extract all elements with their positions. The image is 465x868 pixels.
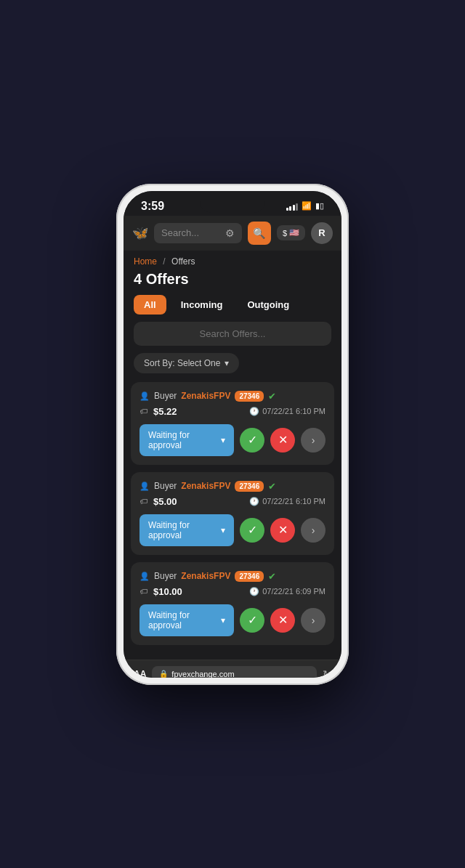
offer-row3-2: Waiting for approval ▾ ✓ ✕ › [140,514,326,546]
tag-icon-3: 🏷 [140,587,147,596]
approval-chevron-3: ▾ [221,615,225,625]
breadcrumb-home[interactable]: Home [134,256,157,267]
approve-button-1[interactable]: ✓ [240,428,264,453]
aa-text[interactable]: AA [134,669,146,678]
rating-badge-3: 27346 [235,571,264,582]
offer-card-1: 👤 Buyer ZenakisFPV 27346 ✔ 🏷 $5.22 🕐 07/… [131,382,334,465]
browser-bar: AA 🔒 fpvexchange.com ↻ [124,660,341,678]
status-icons: 📶 ▮▯ [286,201,325,211]
signal-icon [286,202,299,211]
offers-list: 👤 Buyer ZenakisFPV 27346 ✔ 🏷 $5.22 🕐 07/… [124,382,341,660]
price-1: $5.22 [153,406,177,417]
offer-row2-3: 🏷 $10.00 🕐 07/22/21 6:09 PM [140,586,326,597]
reload-icon[interactable]: ↻ [323,668,331,678]
breadcrumb-separator: / [163,256,165,267]
offer-row1-1: 👤 Buyer ZenakisFPV 27346 ✔ [140,391,326,402]
offer-row3-3: Waiting for approval ▾ ✓ ✕ › [140,604,326,636]
approval-chevron-2: ▾ [221,525,225,535]
details-button-2[interactable]: › [301,518,326,543]
clock-icon-1: 🕐 [249,407,259,416]
chevron-right-icon-3: › [312,615,315,626]
x-icon-3: ✕ [278,613,288,627]
breadcrumb-current: Offers [171,256,195,267]
approval-label-3: Waiting for approval [148,610,217,630]
user-icon-1: 👤 [140,392,150,401]
x-icon-1: ✕ [278,433,288,447]
date-info-2: 🕐 07/22/21 6:10 PM [249,497,326,506]
rating-badge-1: 27346 [235,391,264,402]
chevron-right-icon-2: › [312,524,315,536]
details-button-1[interactable]: › [301,428,326,453]
url-text: fpvexchange.com [171,670,234,678]
buyer-label-1: Buyer [154,391,177,401]
status-time: 3:59 [141,200,164,213]
approval-label-2: Waiting for approval [148,520,217,540]
approve-button-2[interactable]: ✓ [240,518,264,543]
search-bar[interactable]: Search... ⚙ [154,223,242,243]
verified-icon-1: ✔ [268,391,276,402]
approval-button-1[interactable]: Waiting for approval ▾ [140,424,234,456]
price-3: $10.00 [153,586,182,597]
tab-outgoing[interactable]: Outgoing [237,295,299,315]
price-2: $5.00 [153,496,177,507]
reject-button-3[interactable]: ✕ [270,608,295,633]
flag-icon: 🇺🇸 [289,228,299,238]
offer-row2-1: 🏷 $5.22 🕐 07/22/21 6:10 PM [140,406,326,417]
verified-icon-3: ✔ [268,571,276,582]
tab-incoming[interactable]: Incoming [171,295,233,315]
approval-button-2[interactable]: Waiting for approval ▾ [140,514,234,546]
reject-button-1[interactable]: ✕ [270,428,295,453]
offer-row3-1: Waiting for approval ▾ ✓ ✕ › [140,424,326,456]
approve-button-3[interactable]: ✓ [240,608,264,633]
checkmark-icon-3: ✓ [248,613,257,627]
buyer-label-3: Buyer [154,571,177,581]
verified-icon-2: ✔ [268,481,276,492]
approval-chevron-1: ▾ [221,435,225,445]
offer-row1-3: 👤 Buyer ZenakisFPV 27346 ✔ [140,571,326,582]
checkmark-icon-2: ✓ [248,523,257,537]
url-bar[interactable]: 🔒 fpvexchange.com [152,666,317,678]
offer-card-2: 👤 Buyer ZenakisFPV 27346 ✔ 🏷 $5.00 🕐 07/… [131,472,334,555]
chevron-down-icon: ▾ [225,358,229,368]
app-content: 🦋 Search... ⚙ 🔍 $ 🇺🇸 R Home [124,216,341,678]
chevron-right-icon-1: › [312,434,315,446]
breadcrumb: Home / Offers [124,251,341,269]
currency-button[interactable]: $ 🇺🇸 [277,225,305,240]
search-placeholder: Search... [161,227,199,238]
buyer-name-2[interactable]: ZenakisFPV [181,481,230,491]
search-button[interactable]: 🔍 [248,222,271,245]
rating-badge-2: 27346 [235,481,264,492]
clock-icon-2: 🕐 [249,497,259,506]
tag-icon-2: 🏷 [140,497,147,506]
buyer-name-3[interactable]: ZenakisFPV [181,571,230,581]
avatar-initial: R [318,227,325,238]
battery-icon: ▮▯ [315,201,324,211]
search-offers-input[interactable] [134,322,331,346]
app-header: 🦋 Search... ⚙ 🔍 $ 🇺🇸 R [124,216,341,251]
offer-card-3: 👤 Buyer ZenakisFPV 27346 ✔ 🏷 $10.00 🕐 07… [131,562,334,645]
approval-label-1: Waiting for approval [148,430,217,450]
logo-icon: 🦋 [132,225,148,241]
tag-icon-1: 🏷 [140,407,147,415]
x-icon-2: ✕ [278,523,288,537]
clock-icon-3: 🕐 [249,587,259,596]
buyer-name-1[interactable]: ZenakisFPV [181,391,230,401]
offer-row2-2: 🏷 $5.00 🕐 07/22/21 6:10 PM [140,496,326,507]
date-info-1: 🕐 07/22/21 6:10 PM [249,407,326,416]
wifi-icon: 📶 [302,201,312,211]
sort-label: Sort By: Select One [144,358,220,368]
page-title: 4 Offers [124,269,341,295]
date-info-3: 🕐 07/22/21 6:09 PM [249,587,326,596]
tabs-row: All Incoming Outgoing [124,295,341,322]
user-icon-3: 👤 [140,572,150,581]
details-button-3[interactable]: › [301,608,326,633]
offer-row1-2: 👤 Buyer ZenakisFPV 27346 ✔ [140,481,326,492]
reject-button-2[interactable]: ✕ [270,518,295,543]
buyer-label-2: Buyer [154,481,177,491]
approval-button-3[interactable]: Waiting for approval ▾ [140,604,234,636]
sort-button[interactable]: Sort By: Select One ▾ [134,353,239,373]
avatar-button[interactable]: R [311,222,333,244]
tab-all[interactable]: All [134,295,166,315]
search-icon: 🔍 [253,227,265,239]
date-text-1: 07/22/21 6:10 PM [262,407,326,415]
